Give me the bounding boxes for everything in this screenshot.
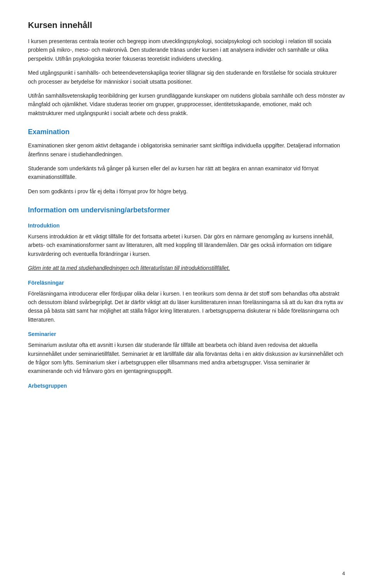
main-title: Kursen innehåll (28, 19, 345, 32)
info-section-heading: Information om undervisning/arbetsformer (28, 205, 345, 215)
paragraph-3: Utifrån samhällsvetenskaplig teoribildni… (28, 91, 345, 117)
page-container: Kursen innehåll I kursen presenteras cen… (0, 0, 373, 588)
paragraph-1: I kursen presenteras centrala teorier oc… (28, 37, 345, 63)
examination-paragraph-1: Examinationen sker genom aktivt deltagan… (28, 141, 345, 159)
subsection-seminarier: Seminarier Seminarium avslutar ofta ett … (28, 330, 345, 376)
introduktion-text: Kursens introduktion är ett viktigt till… (28, 232, 345, 258)
examination-heading: Examination (28, 127, 345, 137)
page-number: 4 (342, 570, 345, 578)
examination-paragraph-3: Den som godkänts i prov får ej delta i f… (28, 187, 345, 196)
examination-paragraph-2: Studerande som underkänts två gånger på … (28, 164, 345, 182)
seminarier-text: Seminarium avslutar ofta ett avsnitt i k… (28, 341, 345, 376)
subsection-arbetsgruppen: Arbetsgruppen (28, 382, 345, 390)
paragraph-2: Med utgångspunkt i samhälls- och beteend… (28, 68, 345, 86)
subsection-introduktion: Introduktion Kursens introduktion är ett… (28, 222, 345, 273)
forelasningar-subheading: Föreläsningar (28, 279, 345, 287)
subsection-forelasningar: Föreläsningar Föreläsningarna introducer… (28, 279, 345, 324)
arbetsgruppen-subheading: Arbetsgruppen (28, 382, 345, 390)
introduktion-subheading: Introduktion (28, 222, 345, 230)
seminarier-subheading: Seminarier (28, 330, 345, 338)
forelasningar-text: Föreläsningarna introducerar eller fördj… (28, 289, 345, 324)
introduktion-italic: Glöm inte att ta med studiehandledningen… (28, 264, 345, 272)
